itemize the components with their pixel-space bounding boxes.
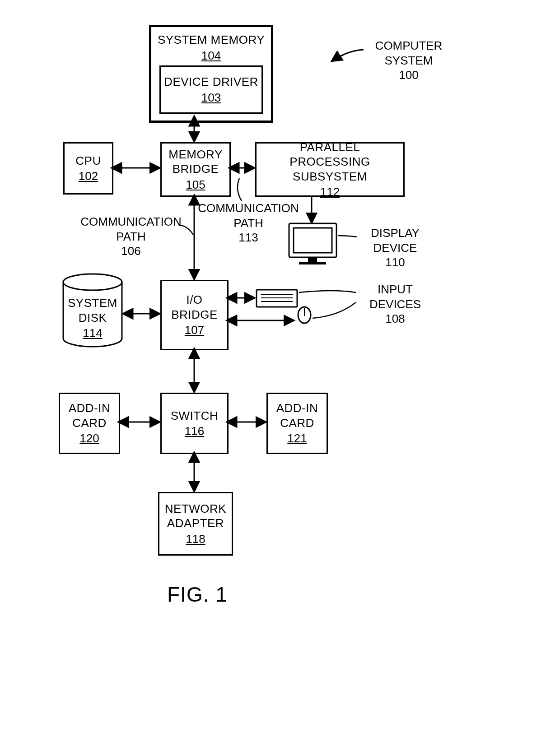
diagram-canvas: SYSTEM MEMORY 104 DEVICE DRIVER 103 COMP…: [0, 0, 560, 756]
label-comm-path-106: COMMUNICATION PATH 106: [77, 214, 185, 259]
leader-display: [338, 236, 357, 237]
label-display-text: DISPLAY DEVICE: [357, 226, 434, 255]
svg-rect-3: [299, 262, 326, 264]
block-network-adapter: NETWORK ADAPTER 118: [158, 492, 233, 556]
title-computer-system: COMPUTER SYSTEM 100: [366, 38, 452, 83]
ref-switch: 116: [185, 424, 204, 439]
block-addin-left: ADD-IN CARD 120: [59, 393, 120, 454]
ref-addin-right: 121: [287, 431, 307, 446]
label-comm-path-106-text: COMMUNICATION PATH: [77, 214, 185, 244]
ref-pps: 112: [320, 185, 340, 199]
label-io-bridge: I/O BRIDGE: [171, 292, 218, 322]
leader-input-kb: [299, 291, 356, 292]
block-pps: PARALLEL PROCESSING SUBSYSTEM 112: [255, 142, 405, 197]
ref-cpu: 102: [79, 169, 98, 184]
ref-io-bridge: 107: [185, 323, 204, 338]
title-ref: 100: [366, 68, 452, 83]
label-input-text: INPUT DEVICES: [357, 282, 434, 311]
svg-point-4: [63, 274, 122, 290]
block-system-disk: SYSTEM DISK 114: [63, 296, 122, 341]
label-memory-bridge: MEMORY BRIDGE: [168, 147, 223, 176]
ref-device-driver: 103: [201, 90, 221, 105]
block-addin-right: ADD-IN CARD 121: [266, 393, 328, 454]
svg-rect-2: [308, 258, 317, 262]
ref-network-adapter: 118: [186, 532, 205, 547]
label-system-memory: SYSTEM MEMORY: [158, 32, 265, 47]
label-pps: PARALLEL PROCESSING SUBSYSTEM: [257, 140, 403, 184]
label-comm-path-106-ref: 106: [77, 244, 185, 259]
connectors-overlay: [0, 0, 560, 756]
ref-memory-bridge: 105: [186, 177, 205, 192]
label-input-devices: INPUT DEVICES 108: [357, 282, 434, 326]
label-system-disk: SYSTEM DISK: [63, 296, 122, 325]
label-comm-path-113: COMMUNICATION PATH 113: [194, 201, 303, 245]
block-switch: SWITCH 116: [160, 393, 229, 454]
mouse-icon: [298, 307, 311, 323]
label-input-ref: 108: [357, 311, 434, 326]
label-addin-left: ADD-IN CARD: [69, 401, 111, 430]
keyboard-icon: [257, 290, 297, 307]
figure-label: FIG. 1: [167, 582, 228, 607]
block-memory-bridge: MEMORY BRIDGE 105: [160, 142, 231, 197]
label-cpu: CPU: [75, 153, 101, 168]
block-cpu: CPU 102: [63, 142, 113, 195]
label-comm-path-113-text: COMMUNICATION PATH: [194, 201, 303, 230]
ref-system-disk: 114: [63, 326, 122, 341]
label-comm-path-113-ref: 113: [194, 230, 303, 245]
svg-rect-5: [257, 290, 297, 307]
block-system-memory: SYSTEM MEMORY 104 DEVICE DRIVER 103: [149, 25, 273, 123]
label-network-adapter: NETWORK ADAPTER: [165, 501, 226, 531]
leader-title-arrow: [332, 50, 364, 61]
label-addin-right: ADD-IN CARD: [276, 401, 318, 430]
label-switch: SWITCH: [171, 408, 219, 423]
label-display-ref: 110: [357, 255, 434, 270]
block-device-driver: DEVICE DRIVER 103: [159, 65, 263, 114]
leader-input-mouse: [313, 302, 356, 318]
label-device-driver: DEVICE DRIVER: [164, 74, 258, 89]
ref-system-memory: 104: [201, 48, 221, 63]
block-io-bridge: I/O BRIDGE 107: [160, 280, 229, 350]
label-display-device: DISPLAY DEVICE 110: [357, 226, 434, 270]
leader-comm113: [238, 178, 242, 201]
title-label: COMPUTER SYSTEM: [366, 38, 452, 68]
ref-addin-left: 120: [79, 431, 99, 446]
